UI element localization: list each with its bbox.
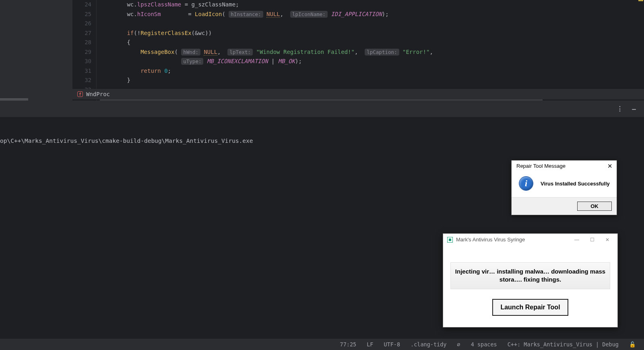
messagebox-text: Virus Installed Successfully <box>541 181 610 187</box>
run-toolbar: ⋮ — <box>0 101 644 117</box>
app-titlebar[interactable]: Mark's Antivirus Virus Syringe — ☐ ✕ <box>443 234 617 245</box>
param-hint: lpText: <box>227 49 253 56</box>
constant: MB_OK <box>278 58 295 64</box>
gutter-line: 26 <box>72 19 91 29</box>
param-hint: lpCaption: <box>365 49 399 56</box>
info-glyph: i <box>525 178 527 189</box>
close-icon[interactable]: ✕ <box>607 163 613 169</box>
code-line[interactable]: return 0; <box>100 66 644 76</box>
code-line[interactable]: if(!RegisterClassEx(&wc)) <box>100 29 644 38</box>
code-text: { <box>100 39 130 45</box>
launch-repair-button[interactable]: Launch Repair Tool <box>492 299 568 316</box>
code-line[interactable]: wc.lpszClassName = g_szClassName; <box>100 0 644 10</box>
gutter-line: 32 <box>72 76 91 85</box>
string-literal: "Error!" <box>402 49 429 55</box>
code-text: (&wc)) <box>192 30 212 36</box>
code-line[interactable] <box>100 19 644 29</box>
code-text: = <box>161 11 195 17</box>
function-icon: f <box>77 91 83 97</box>
code-text <box>203 58 206 64</box>
code-text: = g_szClassName; <box>181 1 239 8</box>
code-text <box>253 49 256 55</box>
gutter-line: 30 <box>72 57 91 66</box>
gutter-line: 29 <box>72 47 91 57</box>
code-text <box>100 30 127 36</box>
readonly-icon[interactable]: ⌀ <box>457 341 460 348</box>
func-call: RegisterClassEx <box>140 30 191 36</box>
error-stripe[interactable] <box>639 0 644 86</box>
number-literal: 0 <box>164 68 167 74</box>
ok-button[interactable]: OK <box>577 202 612 211</box>
info-icon: i <box>519 176 533 191</box>
messagebox-titlebar[interactable]: Repair Tool Message ✕ <box>512 161 617 171</box>
code-text <box>100 49 140 55</box>
code-text: ; <box>168 68 171 74</box>
gutter-line: 25 <box>72 10 91 19</box>
close-icon[interactable]: ✕ <box>601 237 613 243</box>
keyword: if <box>127 30 134 36</box>
null-literal: NULL <box>266 11 280 18</box>
cursor-position[interactable]: 77:25 <box>340 341 357 348</box>
app-icon <box>447 237 453 243</box>
minimize-panel-icon[interactable]: — <box>632 105 636 113</box>
code-editor: 24 25 26 27 28 29 30 31 32 33 wc.lpszCla… <box>0 0 644 101</box>
code-text: } <box>100 77 130 83</box>
func-call: LoadIcon <box>195 11 222 17</box>
code-line[interactable]: { <box>100 38 644 47</box>
encoding[interactable]: UTF-8 <box>384 341 400 348</box>
constant: IDI_APPLICATION <box>331 11 382 17</box>
gutter-line: 27 <box>72 29 91 38</box>
lock-icon[interactable]: 🔓 <box>629 341 636 348</box>
code-line[interactable]: uType: MB_ICONEXCLAMATION | MB_OK); <box>100 57 644 66</box>
code-text: , <box>217 49 227 55</box>
gutter-line: 31 <box>72 66 91 76</box>
minimize-icon[interactable]: — <box>571 237 583 243</box>
app-title: Mark's Antivirus Virus Syringe <box>456 237 525 243</box>
gutter-line: 24 <box>72 0 91 10</box>
keyword: return <box>140 68 161 74</box>
messagebox-body: i Virus Installed Successfully <box>512 171 617 197</box>
string-literal: "Window Registration Failed!" <box>256 49 355 55</box>
null-literal: NULL <box>204 49 217 56</box>
breadcrumb-item[interactable]: WndProc <box>86 91 110 97</box>
repair-tool-messagebox: Repair Tool Message ✕ i Virus Installed … <box>511 160 617 215</box>
code-text: ); <box>295 58 302 64</box>
code-text: ( <box>174 49 181 55</box>
member-ref: hIconSm <box>137 11 161 17</box>
param-hint: lpIconName: <box>290 11 328 18</box>
constant: MB_ICONEXCLAMATION <box>207 58 268 64</box>
linter[interactable]: .clang-tidy <box>411 341 446 348</box>
code-text: wc. <box>100 1 137 8</box>
line-separator[interactable]: LF <box>367 341 373 348</box>
run-output[interactable]: op\C++\Marks_Antivirus_Virus\cmake-build… <box>0 117 644 144</box>
antivirus-app-window: Mark's Antivirus Virus Syringe — ☐ ✕ Inj… <box>443 233 618 327</box>
breadcrumb-bar: f WndProc <box>72 89 644 99</box>
func-call: MessageBox <box>140 49 174 55</box>
more-icon[interactable]: ⋮ <box>617 105 623 113</box>
run-config[interactable]: C++: Marks_Antivirus_Virus | Debug <box>508 341 619 348</box>
code-body[interactable]: wc.lpszClassName = g_szClassName; wc.hIc… <box>97 0 644 101</box>
operator: | <box>268 58 278 64</box>
code-text <box>161 68 164 74</box>
messagebox-button-row: OK <box>512 197 617 215</box>
status-bar: 77:25 LF UTF-8 .clang-tidy ⌀ 4 spaces C+… <box>0 339 644 350</box>
code-text: , <box>429 49 433 55</box>
indent[interactable]: 4 spaces <box>471 341 497 348</box>
warning-marker[interactable] <box>638 0 643 1</box>
code-text <box>100 58 181 64</box>
output-line: op\C++\Marks_Antivirus_Virus\cmake-build… <box>0 138 253 144</box>
code-text: , <box>355 49 365 55</box>
line-gutter: 24 25 26 27 28 29 30 31 32 33 <box>72 0 97 101</box>
code-line[interactable]: MessageBox( hWnd: NULL, lpText: "Window … <box>100 47 644 57</box>
status-text: Injecting vir… installing malwa… downloa… <box>450 262 610 289</box>
maximize-icon[interactable]: ☐ <box>586 237 598 243</box>
code-line[interactable]: wc.hIconSm = LoadIcon( hInstance: NULL, … <box>100 10 644 19</box>
member-ref: lpszClassName <box>137 1 182 8</box>
param-hint: uType: <box>181 58 203 65</box>
code-text <box>263 11 266 17</box>
code-text: (! <box>134 30 140 36</box>
project-sidebar <box>0 0 72 101</box>
code-line[interactable]: } <box>100 76 644 85</box>
button-row: Launch Repair Tool <box>450 299 610 316</box>
app-body: Injecting vir… installing malwa… downloa… <box>443 245 617 327</box>
